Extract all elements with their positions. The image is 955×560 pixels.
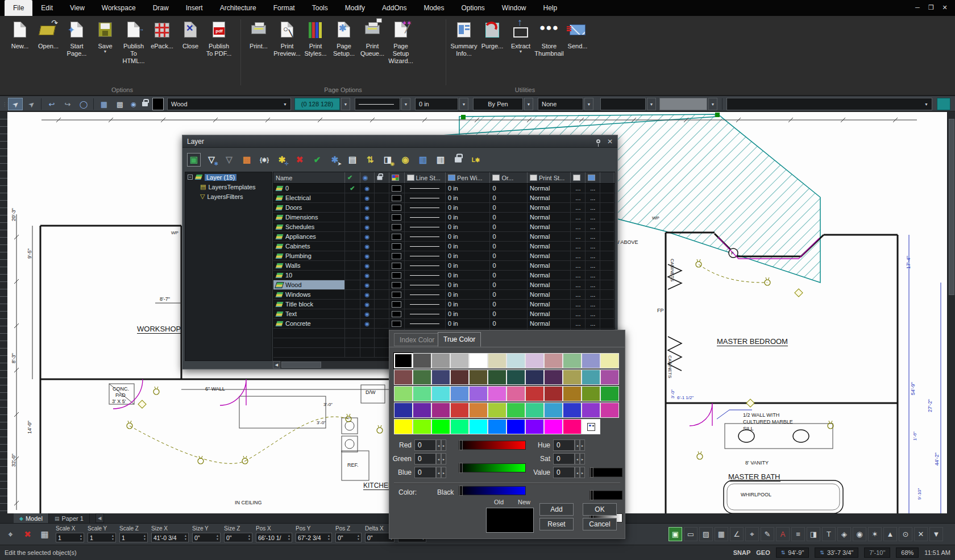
increment-icon[interactable]: ▸: [580, 467, 585, 478]
select-tool-button[interactable]: ➤: [8, 98, 23, 110]
color-button[interactable]: (0 128 128): [294, 98, 340, 110]
group-layers-icon[interactable]: {✱}: [258, 153, 271, 167]
geo-toggle[interactable]: GEO: [756, 549, 770, 556]
sat-slider[interactable]: [589, 491, 622, 500]
hue-input[interactable]: 0: [553, 439, 575, 451]
field-input-pos-z[interactable]: 0"▲▼: [335, 533, 362, 542]
column-header-pen-width[interactable]: Pen Wi...: [446, 172, 490, 183]
layer-color-swatch[interactable]: [392, 292, 401, 298]
minimize-button[interactable]: ─: [911, 0, 924, 15]
isolate-layer-icon[interactable]: ◨◉: [381, 153, 395, 167]
layer-lock-button[interactable]: [140, 98, 150, 110]
color-swatch-ff0080[interactable]: [563, 419, 582, 434]
close-icon[interactable]: ✕: [607, 138, 613, 146]
hue-slider[interactable]: [589, 468, 622, 477]
sync-layers-icon[interactable]: ▣: [187, 153, 201, 167]
layer-states-icon[interactable]: ▩: [240, 153, 254, 167]
column-header-print-style[interactable]: Print St...: [528, 172, 571, 183]
linetype-dropdown-button[interactable]: ▼: [401, 98, 410, 110]
layer-color-swatch[interactable]: [392, 321, 401, 327]
color-swatch-000000[interactable]: [394, 353, 413, 368]
layer-row-text[interactable]: Text◉0 in0Normal......: [273, 309, 614, 319]
pencil-icon[interactable]: ✎: [761, 527, 774, 541]
equals-icon[interactable]: ≡: [791, 527, 805, 541]
color-swatch-00ffff[interactable]: [469, 419, 488, 434]
menu-options[interactable]: Options: [452, 0, 493, 16]
publish-to-html-button[interactable]: →PublishTo HTML...: [119, 19, 148, 65]
lineweight-combobox[interactable]: 0 in: [415, 98, 458, 110]
tab-index-color[interactable]: Index Color: [394, 333, 440, 346]
blue-input[interactable]: 0: [414, 467, 436, 478]
decrement-icon[interactable]: ◂: [575, 439, 580, 451]
color-swatch-d28038[interactable]: [469, 403, 488, 418]
color-swatch-21a02f[interactable]: [600, 386, 619, 401]
column-header-name[interactable]: Name: [273, 172, 345, 183]
color-swatch-dd659c[interactable]: [506, 386, 525, 401]
decrement-icon[interactable]: ◂: [575, 453, 580, 464]
print-styles-button[interactable]: Print Styles...: [301, 19, 330, 65]
column-header-color[interactable]: [389, 172, 405, 183]
hatch-icon[interactable]: ▨: [699, 527, 713, 541]
layer-row-appliances[interactable]: Appliances◉0 in0Normal......: [273, 232, 614, 242]
tab-true-color[interactable]: True Color: [438, 332, 481, 347]
layer-row-schedules[interactable]: Schedules◉0 in0Normal......: [273, 222, 614, 232]
publish-to-pdf-button[interactable]: pdfPublishTo PDF...: [205, 19, 233, 65]
menu-modes[interactable]: Modes: [415, 0, 452, 16]
color-swatch-8dbe90[interactable]: [563, 353, 582, 368]
layer-color-swatch[interactable]: [392, 214, 401, 221]
current-color-swatch[interactable]: [152, 98, 164, 110]
color-swatch-ffffff[interactable]: [469, 353, 488, 368]
color-swatch-3e4370[interactable]: [431, 370, 450, 385]
empty-combobox-1-dropdown[interactable]: ▼: [647, 98, 656, 110]
color-swatch-58dfdf[interactable]: [431, 386, 450, 401]
grid-button[interactable]: ▦: [38, 527, 52, 541]
color-swatch-5e8fdb[interactable]: [450, 386, 469, 401]
color-swatch-2b3157[interactable]: [525, 370, 544, 385]
column-header-more-3[interactable]: [600, 172, 614, 183]
color-swatch-a02a87[interactable]: [431, 403, 450, 418]
undo-button[interactable]: ↩: [44, 98, 59, 110]
page-setup-wizard-button[interactable]: ✶✶╱Page SetupWizard...: [387, 19, 415, 65]
layer-tree-root[interactable]: − Layer (15): [185, 172, 272, 182]
color-swatch-80ff00[interactable]: [413, 419, 431, 434]
column-header-visible[interactable]: ◉: [360, 172, 375, 183]
color-swatch-2a2fa0[interactable]: [394, 403, 413, 418]
print-button[interactable]: Print...: [244, 19, 273, 65]
layer-color-swatch[interactable]: [392, 243, 401, 250]
increment-icon[interactable]: ▸: [441, 453, 446, 464]
decrement-icon[interactable]: ◂: [436, 467, 441, 478]
layer-color-swatch[interactable]: [392, 185, 401, 192]
show-hide-eyes-icon[interactable]: ⇅: [363, 153, 377, 167]
color-swatch-0080ff[interactable]: [488, 419, 506, 434]
menu-file[interactable]: File: [5, 0, 32, 16]
layer-color-swatch[interactable]: [392, 253, 401, 259]
field-input-size-y[interactable]: 0"▲▼: [192, 533, 221, 542]
add-button[interactable]: Add: [539, 503, 574, 516]
circle-icon[interactable]: ⊙: [899, 527, 912, 541]
increment-icon[interactable]: ▸: [441, 439, 446, 451]
hscroll-thumb[interactable]: [281, 362, 321, 368]
linetype-scale-combobox[interactable]: None: [538, 98, 583, 110]
store-thumbnail-button[interactable]: ●●●StoreThumbnail: [535, 19, 563, 57]
snap-toggle[interactable]: SNAP: [733, 549, 751, 556]
field-input-scale-y[interactable]: 1▲▼: [88, 533, 116, 542]
menu-workspace[interactable]: Workspace: [93, 0, 144, 16]
color-swatch-ffff00[interactable]: [394, 419, 413, 434]
color-swatch-d6c0dd[interactable]: [525, 353, 544, 368]
linetype-combobox[interactable]: [355, 98, 400, 110]
tab-scroll-left-button[interactable]: ◀: [96, 513, 104, 523]
open-button[interactable]: ↷Open...: [34, 19, 63, 65]
epack-button[interactable]: ePack...: [148, 19, 176, 65]
half-square-icon[interactable]: ◨: [807, 527, 820, 541]
column-header-line-style[interactable]: Line St...: [405, 172, 446, 183]
crosshair-icon[interactable]: ⌖: [745, 527, 759, 541]
redo-button[interactable]: ↪: [60, 98, 75, 110]
toggle-column-a-icon[interactable]: ▥: [416, 153, 430, 167]
value-input[interactable]: 0: [553, 467, 575, 478]
color-swatch-56512c[interactable]: [469, 370, 488, 385]
layer-row-0[interactable]: 0✔◉0 in0Normal......: [273, 184, 614, 193]
vertical-scrollbar[interactable]: [947, 112, 955, 513]
decrement-icon[interactable]: ◂: [436, 439, 441, 451]
color-swatch-9c63e0[interactable]: [469, 386, 488, 401]
menu-window[interactable]: Window: [493, 0, 535, 16]
